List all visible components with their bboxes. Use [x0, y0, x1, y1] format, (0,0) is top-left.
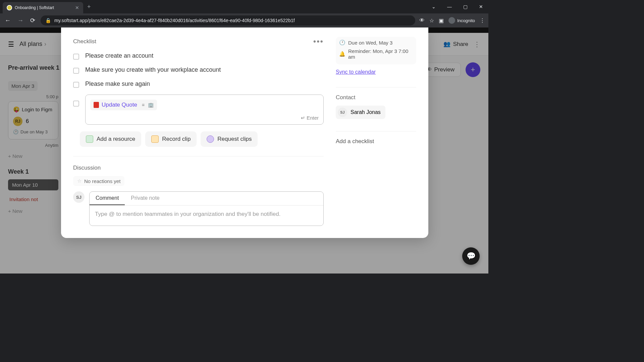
checkbox[interactable] — [73, 82, 79, 88]
maximize-icon[interactable]: ▢ — [461, 3, 470, 11]
sync-calendar-link[interactable]: Sync to calendar — [336, 69, 416, 75]
window-controls: ⌄ — ▢ ✕ — [429, 3, 486, 11]
reload-button[interactable]: ⟳ — [29, 15, 37, 25]
checklist-text[interactable]: Make sure you create with your workplace… — [85, 66, 221, 73]
close-window-icon[interactable]: ✕ — [476, 3, 486, 11]
incognito-icon — [448, 17, 455, 24]
new-tab-button[interactable]: + — [87, 3, 91, 10]
browser-menu-icon[interactable]: ⋮ — [480, 17, 485, 24]
chat-icon: 💬 — [467, 252, 476, 260]
browser-tab[interactable]: Onboarding | Softstart ✕ — [3, 2, 83, 13]
building-icon[interactable]: 🏢 — [148, 102, 154, 108]
checkbox[interactable] — [73, 68, 79, 74]
checkbox[interactable] — [73, 54, 79, 60]
close-tab-icon[interactable]: ✕ — [75, 5, 79, 10]
tab-dropdown-icon[interactable]: ⌄ — [429, 3, 438, 11]
checklist-item: Please make sure again — [73, 80, 324, 88]
user-avatar: SJ — [73, 191, 85, 203]
minimize-icon[interactable]: — — [444, 3, 454, 11]
browser-toolbar: ← → ⟳ 🔒 my.softstart.app/plans/e82cae2a-… — [0, 13, 488, 27]
lock-icon: 🔒 — [45, 18, 51, 23]
favicon — [7, 5, 12, 10]
bookmark-icon[interactable]: ☆ — [429, 17, 434, 24]
bell-icon: 🔔 — [339, 51, 345, 57]
tab-comment[interactable]: Comment — [90, 192, 125, 205]
comment-input[interactable]: Type @ to mention teammates in your orga… — [90, 205, 323, 226]
checkbox[interactable] — [73, 101, 79, 107]
person-icon — [207, 135, 214, 143]
tab-title: Onboarding | Softstart — [15, 5, 72, 10]
contact-heading: Contact — [336, 94, 416, 101]
add-checklist-link[interactable]: Add a checklist — [336, 138, 416, 145]
resource-name: Update Quote — [102, 102, 137, 108]
pdf-icon — [94, 102, 99, 108]
tab-private-note[interactable]: Private note — [125, 192, 165, 205]
panel-icon[interactable]: ▣ — [439, 17, 444, 24]
back-button[interactable]: ← — [3, 16, 12, 25]
eye-off-icon[interactable]: 👁 — [419, 17, 425, 23]
discussion-heading: Discussion — [73, 156, 324, 171]
forward-button[interactable]: → — [16, 16, 25, 25]
record-clip-button[interactable]: Record clip — [145, 131, 197, 147]
reactions-pill[interactable]: ☆ No reactions yet — [73, 176, 124, 186]
checklist-text[interactable]: Please create an account — [85, 52, 153, 59]
contact-name: Sarah Jonas — [351, 109, 381, 115]
add-resource-button[interactable]: Add a resource — [80, 131, 141, 147]
enter-hint: ↵ Enter — [301, 115, 319, 121]
reminder: 🔔 Reminder: Mon, Apr 3 7:00 am — [339, 47, 413, 61]
due-date: 🕐 Due on Wed, May 3 — [339, 38, 413, 47]
resource-input[interactable]: Update Quote ≡ 🏢 ↵ Enter — [85, 95, 324, 125]
request-clips-button[interactable]: Request clips — [201, 131, 258, 147]
chat-fab[interactable]: 💬 — [462, 247, 480, 265]
checklist-more-icon[interactable]: ••• — [313, 37, 324, 46]
contact-chip[interactable]: SJ Sarah Jonas — [336, 106, 385, 119]
address-bar[interactable]: 🔒 my.softstart.app/plans/e82cae2a-2d39-4… — [41, 15, 415, 25]
meta-panel: 🕐 Due on Wed, May 3 🔔 Reminder: Mon, Apr… — [336, 37, 416, 64]
contact-avatar: SJ — [338, 108, 347, 117]
browser-tab-strip: Onboarding | Softstart ✕ + ⌄ — ▢ ✕ — [0, 0, 488, 13]
incognito-badge: Incognito — [448, 17, 475, 24]
activity-modal: Checklist ••• Please create an account M… — [61, 27, 428, 238]
checklist-heading: Checklist — [73, 38, 96, 45]
checklist-item: Make sure you create with your workplace… — [73, 66, 324, 74]
resource-chip[interactable]: Update Quote ≡ 🏢 — [90, 100, 157, 110]
clock-icon: 🕐 — [339, 40, 345, 46]
camera-icon — [151, 135, 159, 143]
folder-icon — [86, 135, 93, 143]
star-icon: ☆ — [77, 178, 82, 184]
url-text: my.softstart.app/plans/e82cae2a-2d39-4e4… — [54, 18, 295, 23]
checklist-item: Please create an account — [73, 52, 324, 60]
checklist-text[interactable]: Please make sure again — [85, 80, 150, 87]
text-icon[interactable]: ≡ — [142, 102, 145, 108]
comment-box: Comment Private note Type @ to mention t… — [89, 191, 324, 226]
